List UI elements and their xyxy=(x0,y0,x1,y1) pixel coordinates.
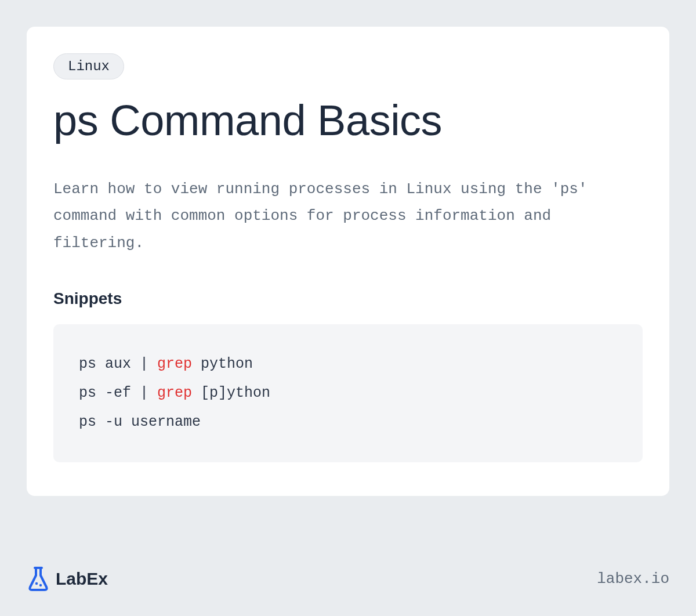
highlight-keyword: grep xyxy=(157,356,192,372)
category-tag: Linux xyxy=(53,53,124,79)
svg-point-1 xyxy=(39,584,42,586)
brand-logo: LabEx xyxy=(27,566,108,592)
page-description: Learn how to view running processes in L… xyxy=(53,176,643,257)
highlight-keyword: grep xyxy=(157,385,192,401)
code-block: ps aux | grep python ps -ef | grep [p]yt… xyxy=(53,324,643,462)
site-url: labex.io xyxy=(597,570,669,588)
code-line: ps aux | grep python xyxy=(79,356,253,372)
flask-icon xyxy=(27,566,50,592)
code-line: ps -u username xyxy=(79,414,201,430)
brand-name: LabEx xyxy=(56,569,108,589)
page-title: ps Command Basics xyxy=(53,98,643,143)
footer: LabEx labex.io xyxy=(27,566,669,592)
content-card: Linux ps Command Basics Learn how to vie… xyxy=(27,27,669,496)
svg-point-0 xyxy=(35,582,38,585)
code-line: ps -ef | grep [p]ython xyxy=(79,385,270,401)
snippets-heading: Snippets xyxy=(53,289,643,308)
code-content: ps aux | grep python ps -ef | grep [p]yt… xyxy=(79,350,617,437)
